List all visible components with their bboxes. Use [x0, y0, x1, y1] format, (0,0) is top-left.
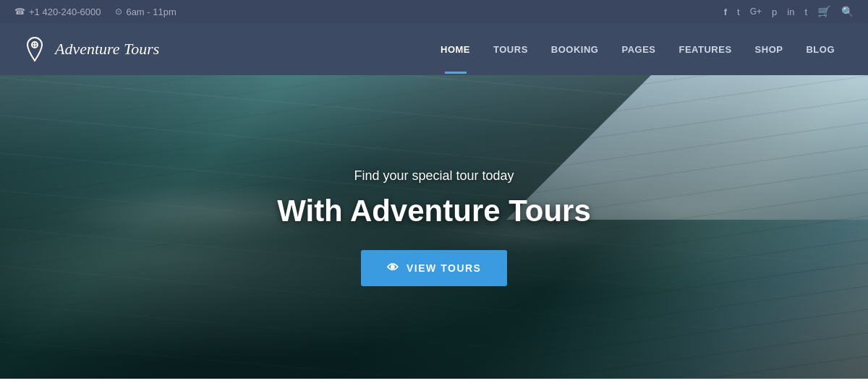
view-tours-button[interactable]: 👁 VIEW TOURS [361, 250, 508, 286]
nav-booking[interactable]: BOOKING [540, 25, 610, 74]
nav-blog[interactable]: BLOG [794, 25, 846, 74]
phone-info: ☎ +1 420-240-6000 [14, 7, 101, 17]
top-bar-left: ☎ +1 420-240-6000 ⊙ 6am - 11pm [14, 7, 176, 17]
tumblr-link[interactable]: t [804, 7, 807, 17]
nav-home[interactable]: HOME [429, 25, 482, 74]
main-nav: HOME TOURS BOOKING PAGES FEATURES SHOP B… [429, 25, 846, 74]
phone-icon: ☎ [14, 7, 25, 17]
hours-info: ⊙ 6am - 11pm [115, 7, 176, 17]
header: Adventure Tours HOME TOURS BOOKING PAGES… [0, 23, 868, 75]
logo-text: Adventure Tours [55, 40, 159, 59]
nav-tours[interactable]: TOURS [482, 25, 540, 74]
cta-label: VIEW TOURS [407, 262, 481, 274]
eye-icon: 👁 [387, 262, 400, 275]
logo[interactable]: Adventure Tours [22, 36, 159, 62]
logo-icon [22, 36, 48, 62]
pinterest-link[interactable]: p [772, 7, 777, 17]
instagram-link[interactable]: in [787, 7, 794, 17]
hero-title: With Adventure Tours [277, 194, 591, 228]
phone-number: +1 420-240-6000 [29, 7, 101, 17]
hero-content: Find your special tour today With Advent… [277, 168, 591, 286]
hero-subtitle: Find your special tour today [277, 168, 591, 184]
top-bar: ☎ +1 420-240-6000 ⊙ 6am - 11pm f t G+ p … [0, 0, 868, 23]
cart-link[interactable]: 🛒 [817, 5, 831, 18]
twitter-link[interactable]: t [737, 7, 740, 17]
nav-shop[interactable]: SHOP [744, 25, 795, 74]
facebook-link[interactable]: f [724, 7, 727, 17]
business-hours: 6am - 11pm [126, 7, 176, 17]
nav-pages[interactable]: PAGES [610, 25, 667, 74]
social-links: f t G+ p in t 🛒 🔍 [724, 5, 854, 18]
search-link[interactable]: 🔍 [841, 6, 854, 17]
googleplus-link[interactable]: G+ [750, 7, 762, 17]
nav-features[interactable]: FEATURES [667, 25, 743, 74]
hero-section: Find your special tour today With Advent… [0, 75, 868, 379]
clock-icon: ⊙ [115, 7, 122, 17]
